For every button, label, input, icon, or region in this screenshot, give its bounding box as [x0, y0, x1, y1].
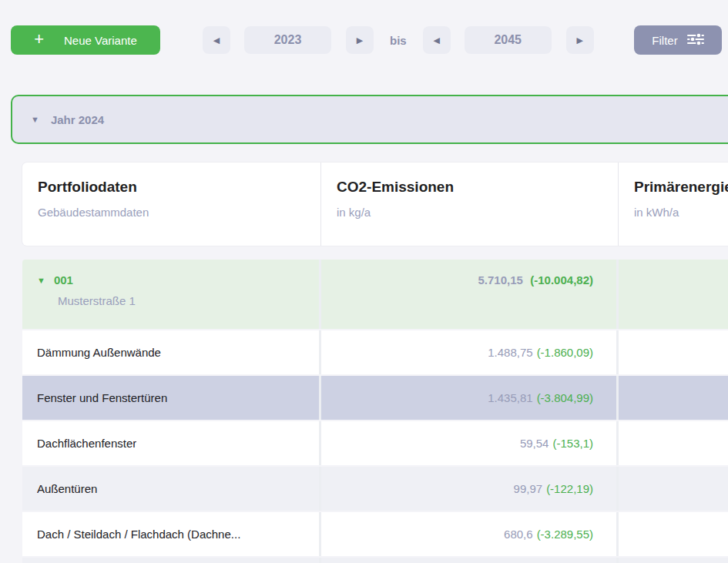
filter-button[interactable]: Filter — [634, 25, 722, 55]
measure-label-cell[interactable]: Fenster und Fenstertüren — [22, 376, 321, 420]
table-header: Portfoliodaten Gebäudestammdaten CO2-Emi… — [22, 163, 728, 246]
primary-energy-cell — [619, 558, 728, 563]
co2-delta: (-1.860,09) — [537, 346, 593, 359]
table-row[interactable]: Dach / Steildach / Flachdach (Dachne... … — [22, 512, 728, 556]
table-row-partial[interactable] — [22, 558, 728, 563]
co2-value-cell — [321, 558, 619, 563]
measure-label: Außentüren — [37, 482, 97, 495]
column-subtitle: Gebäudestammdaten — [38, 206, 305, 219]
year-group-title: Jahr 2024 — [51, 113, 104, 126]
co2-delta: (-3.804,99) — [537, 391, 593, 404]
measure-label: Dach / Steildach / Flachdach (Dachne... — [37, 528, 240, 541]
chevron-left-icon: ◀ — [213, 35, 220, 45]
year-to-value[interactable]: 2045 — [465, 26, 552, 54]
year-group-panel[interactable]: ▼ Jahr 2024 — [11, 95, 728, 144]
primary-energy-cell — [619, 512, 728, 556]
sliders-icon — [687, 33, 704, 48]
table-rows: Dämmung Außenwände 1.488,75 (-1.860,09) … — [22, 330, 728, 556]
filter-label: Filter — [652, 34, 677, 47]
co2-value: 59,54 — [520, 437, 549, 450]
co2-value: 99,97 — [514, 482, 543, 495]
measure-label: Fenster und Fenstertüren — [37, 391, 167, 404]
column-subtitle: in kg/a — [337, 206, 602, 219]
co2-delta: (-3.289,55) — [537, 528, 593, 541]
table-row[interactable]: Dachflächenfenster 59,54 (-153,1) — [22, 421, 728, 465]
measure-label: Dämmung Außenwände — [37, 346, 161, 359]
table-body: ▼ 001 Musterstraße 1 5.710,15 (-10.004,8… — [22, 260, 728, 563]
year-from-next-button[interactable]: ▶ — [346, 26, 374, 54]
co2-value-cell: 680,6 (-3.289,55) — [321, 512, 619, 556]
building-id: 001 — [54, 273, 73, 287]
co2-total-cell: 5.710,15 (-10.004,82) — [321, 260, 619, 329]
column-header-portfoliodaten[interactable]: Portfoliodaten Gebäudestammdaten — [22, 163, 321, 246]
column-header-primaerenergie[interactable]: Primärenergie in kWh/a — [619, 163, 728, 246]
co2-value: 1.435,81 — [488, 391, 532, 404]
table-row[interactable]: Dämmung Außenwände 1.488,75 (-1.860,09) — [22, 330, 728, 374]
portfolio-table: Portfoliodaten Gebäudestammdaten CO2-Emi… — [22, 163, 728, 563]
chevron-left-icon: ◀ — [433, 35, 439, 45]
chevron-right-icon: ▶ — [576, 35, 582, 45]
column-subtitle: in kWh/a — [634, 206, 728, 219]
co2-delta: (-122,19) — [546, 482, 593, 495]
building-group-row[interactable]: ▼ 001 Musterstraße 1 5.710,15 (-10.004,8… — [22, 260, 728, 329]
co2-value-cell: 59,54 (-153,1) — [321, 421, 619, 465]
table-row[interactable]: Fenster und Fenstertüren 1.435,81 (-3.80… — [22, 376, 728, 420]
co2-value-cell: 1.488,75 (-1.860,09) — [321, 330, 619, 374]
column-title: Primärenergie — [634, 179, 728, 196]
primary-energy-cell — [619, 376, 728, 420]
primary-energy-cell — [619, 467, 728, 511]
plus-icon: + — [34, 31, 44, 48]
column-header-co2-emissionen[interactable]: CO2-Emissionen in kg/a — [321, 163, 619, 246]
co2-total-value: 5.710,15 — [478, 273, 522, 287]
measure-label: Dachflächenfenster — [37, 437, 136, 450]
range-separator-label: bis — [390, 34, 407, 47]
co2-value-cell: 1.435,81 (-3.804,99) — [321, 376, 619, 420]
co2-value: 680,6 — [504, 528, 533, 541]
building-cell[interactable]: ▼ 001 Musterstraße 1 — [22, 260, 321, 329]
measure-label-cell — [22, 558, 321, 563]
co2-value-cell: 99,97 (-122,19) — [321, 467, 619, 511]
new-variant-button[interactable]: + Neue Variante — [11, 25, 160, 55]
caret-down-icon[interactable]: ▼ — [37, 276, 45, 285]
caret-down-icon[interactable]: ▼ — [31, 115, 39, 124]
table-row[interactable]: Außentüren 99,97 (-122,19) — [22, 467, 728, 511]
year-to-prev-button[interactable]: ◀ — [423, 26, 451, 54]
year-from-prev-button[interactable]: ◀ — [203, 26, 230, 54]
measure-label-cell[interactable]: Dachflächenfenster — [22, 421, 321, 465]
measure-label-cell[interactable]: Außentüren — [22, 467, 321, 511]
building-address: Musterstraße 1 — [58, 294, 319, 307]
year-from-value[interactable]: 2023 — [244, 26, 331, 54]
primary-energy-cell — [619, 260, 728, 329]
toolbar: + Neue Variante ◀ 2023 ▶ bis ◀ 2045 ▶ Fi… — [11, 25, 722, 55]
chevron-right-icon: ▶ — [357, 35, 363, 45]
primary-energy-cell — [619, 330, 728, 374]
co2-value: 1.488,75 — [488, 346, 532, 359]
co2-delta: (-153,1) — [552, 437, 593, 450]
primary-energy-cell — [619, 421, 728, 465]
year-to-next-button[interactable]: ▶ — [566, 26, 594, 54]
co2-total-delta: (-10.004,82) — [530, 273, 593, 287]
column-title: CO2-Emissionen — [337, 179, 602, 196]
measure-label-cell[interactable]: Dämmung Außenwände — [22, 330, 321, 374]
measure-label-cell[interactable]: Dach / Steildach / Flachdach (Dachne... — [22, 512, 321, 556]
column-title: Portfoliodaten — [38, 179, 305, 196]
new-variant-label: Neue Variante — [64, 34, 137, 47]
